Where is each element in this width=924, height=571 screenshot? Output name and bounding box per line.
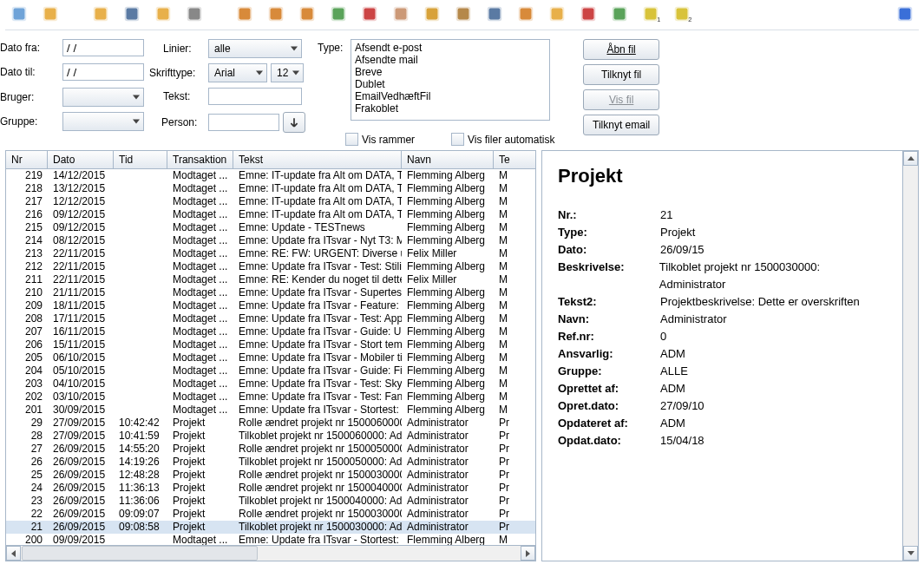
table-row[interactable]: 2326/09/201511:36:06ProjektTilkoblet pro… bbox=[6, 495, 535, 508]
basket-icon[interactable] bbox=[515, 3, 536, 24]
log-grid[interactable]: NrDatoTidTransaktionTekstNavnTe 21914/12… bbox=[5, 150, 536, 561]
table-row[interactable]: 21408/12/2015Modtaget ...Emne: Update fr… bbox=[6, 234, 535, 247]
column-header[interactable]: Navn bbox=[402, 151, 494, 168]
calculator-icon[interactable] bbox=[484, 3, 505, 24]
table-row[interactable]: 21322/11/2015Modtaget ...Emne: RE: FW: U… bbox=[6, 247, 535, 260]
column-header[interactable]: Nr bbox=[6, 151, 48, 168]
table-row[interactable]: 20817/11/2015Modtaget ...Emne: Update fr… bbox=[6, 312, 535, 325]
grid-body[interactable]: 21914/12/2015Modtaget ...Emne: IT-update… bbox=[6, 169, 535, 545]
check-vis-filer[interactable]: Vis filer automatisk bbox=[451, 133, 554, 146]
users-icon[interactable] bbox=[297, 3, 318, 24]
table-row[interactable]: 21021/11/2015Modtaget ...Emne: Update fr… bbox=[6, 286, 535, 299]
input-dato-til[interactable] bbox=[62, 63, 144, 81]
table-row[interactable]: 2226/09/201509:09:07ProjektRolle ændret … bbox=[6, 508, 535, 521]
home-icon[interactable] bbox=[234, 3, 255, 24]
table-row[interactable]: 2726/09/201514:55:20ProjektRolle ændret … bbox=[6, 443, 535, 456]
attach-file-button[interactable]: Tilknyt fil bbox=[583, 64, 659, 85]
document-search-icon[interactable] bbox=[9, 3, 29, 24]
column-header[interactable]: Tekst bbox=[233, 151, 402, 168]
open-file-button[interactable]: Åbn fil bbox=[583, 39, 659, 60]
show-file-button[interactable]: Vis fil bbox=[583, 89, 659, 110]
table-row[interactable]: 21712/12/2015Modtaget ...Emne: IT-update… bbox=[6, 195, 535, 208]
note-edit-icon[interactable] bbox=[40, 3, 61, 24]
combo-bruger[interactable] bbox=[62, 88, 144, 107]
scroll-left-icon[interactable] bbox=[6, 546, 21, 561]
table-row[interactable]: 2426/09/201511:36:13ProjektRolle ændret … bbox=[6, 482, 535, 495]
type-option[interactable]: Breve bbox=[355, 66, 546, 78]
svg-rect-21 bbox=[364, 9, 376, 20]
user-icon[interactable] bbox=[265, 3, 286, 24]
table-row[interactable]: 20203/10/2015Modtaget ...Emne: Update fr… bbox=[6, 391, 535, 404]
table-row[interactable]: 20615/11/2015Modtaget ...Emne: Update fr… bbox=[6, 338, 535, 351]
table-row[interactable]: 21609/12/2015Modtaget ...Emne: IT-update… bbox=[6, 208, 535, 221]
svg-rect-45 bbox=[900, 9, 911, 20]
attach-email-button[interactable]: Tilknyt email bbox=[583, 115, 659, 135]
combo-fontsize[interactable]: 12 bbox=[271, 63, 304, 82]
arrow-up-1-icon[interactable]: 1 bbox=[640, 3, 661, 24]
table-row[interactable]: 20918/11/2015Modtaget ...Emne: Update fr… bbox=[6, 299, 535, 312]
type-option[interactable]: EmailVedhæftFil bbox=[355, 90, 546, 102]
table-row[interactable]: 20009/09/2015Modtaget ...Emne: Update fr… bbox=[6, 534, 535, 545]
scroll-down-icon[interactable] bbox=[903, 546, 918, 561]
table-row[interactable]: 20405/10/2015Modtaget ...Emne: Update fr… bbox=[6, 364, 535, 377]
clipboard-icon[interactable] bbox=[328, 3, 349, 24]
column-header[interactable]: Te bbox=[494, 151, 518, 168]
label-skrifttype: Skrifttype: bbox=[149, 67, 205, 79]
mail-icon[interactable] bbox=[547, 3, 567, 24]
type-option[interactable]: Dublet bbox=[355, 78, 546, 90]
table-row[interactable]: 2626/09/201514:19:26ProjektTilkoblet pro… bbox=[6, 456, 535, 469]
table-row[interactable]: 2927/09/201510:42:42ProjektRolle ændret … bbox=[6, 417, 535, 430]
column-header[interactable]: Dato bbox=[48, 151, 114, 168]
cell-nr: 21 bbox=[6, 521, 48, 534]
input-person[interactable] bbox=[208, 114, 279, 131]
person-select-button[interactable] bbox=[283, 112, 305, 133]
column-header[interactable]: Transaktion bbox=[167, 151, 233, 168]
check-vis-rammer[interactable]: Vis rammer bbox=[345, 133, 415, 146]
type-listbox[interactable]: Afsendt e-postAfsendte mailBreveDubletEm… bbox=[351, 39, 550, 121]
cell-dato: 09/09/2015 bbox=[48, 534, 114, 545]
scroll-thumb[interactable] bbox=[22, 546, 258, 561]
table-row[interactable]: 2526/09/201512:48:28ProjektRolle ændret … bbox=[6, 469, 535, 482]
table-row[interactable]: 2827/09/201510:41:59ProjektTilkoblet pro… bbox=[6, 430, 535, 443]
input-dato-fra[interactable] bbox=[62, 39, 144, 56]
combo-linier[interactable]: alle bbox=[208, 39, 302, 58]
table-row[interactable]: 20716/11/2015Modtaget ...Emne: Update fr… bbox=[6, 325, 535, 338]
arrow-up-2-icon[interactable]: 2 bbox=[672, 3, 692, 24]
trash-icon[interactable] bbox=[121, 3, 142, 24]
table-row[interactable]: 20130/09/2015Modtaget ...Emne: Update fr… bbox=[6, 404, 535, 417]
type-option[interactable]: Afsendt e-post bbox=[355, 42, 546, 54]
table-row[interactable]: 20304/10/2015Modtaget ...Emne: Update fr… bbox=[6, 377, 535, 391]
combo-gruppe[interactable] bbox=[62, 112, 144, 131]
table-row[interactable]: 21222/11/2015Modtaget ...Emne: Update fr… bbox=[6, 260, 535, 273]
cell-dato: 12/12/2015 bbox=[48, 195, 114, 208]
folder-icon[interactable] bbox=[153, 3, 174, 24]
chart-line-icon[interactable] bbox=[609, 3, 630, 24]
table-row[interactable]: 21122/11/2015Modtaget ...Emne: RE: Kende… bbox=[6, 273, 535, 286]
grid-horizontal-scrollbar[interactable] bbox=[6, 545, 535, 561]
scroll-right-icon[interactable] bbox=[521, 546, 535, 561]
detail-key: Opret.dato: bbox=[558, 397, 660, 415]
type-option[interactable]: Frakoblet bbox=[355, 102, 546, 115]
column-header[interactable]: Tid bbox=[114, 151, 167, 168]
detail-vertical-scrollbar[interactable] bbox=[902, 151, 918, 561]
combo-skrifttype[interactable]: Arial bbox=[208, 63, 267, 82]
table-row[interactable]: 2126/09/201509:08:58ProjektTilkoblet pro… bbox=[6, 521, 535, 534]
help-icon[interactable] bbox=[895, 3, 915, 24]
detail-row: Opret.dato:27/09/10 bbox=[558, 397, 887, 415]
type-option[interactable]: Afsendte mail bbox=[355, 54, 546, 66]
link-icon[interactable] bbox=[453, 3, 474, 24]
box-stack-icon[interactable] bbox=[359, 3, 380, 24]
clipboard-check-icon[interactable] bbox=[390, 3, 411, 24]
table-row[interactable]: 21509/12/2015Modtaget ...Emne: Update - … bbox=[6, 221, 535, 234]
page-new-icon[interactable] bbox=[90, 3, 111, 24]
input-tekst[interactable] bbox=[208, 88, 302, 105]
print-icon[interactable] bbox=[184, 3, 205, 24]
scroll-up-icon[interactable] bbox=[903, 151, 918, 166]
coins-icon[interactable] bbox=[422, 3, 442, 24]
cell-tekst: Emne: Update fra ITsvar - Nyt T3: M... bbox=[233, 234, 402, 247]
transfer-icon[interactable] bbox=[578, 3, 599, 24]
table-row[interactable]: 21813/12/2015Modtaget ...Emne: IT-update… bbox=[6, 182, 535, 195]
table-row[interactable]: 21914/12/2015Modtaget ...Emne: IT-update… bbox=[6, 169, 535, 182]
table-row[interactable]: 20506/10/2015Modtaget ...Emne: Update fr… bbox=[6, 351, 535, 364]
grid-header[interactable]: NrDatoTidTransaktionTekstNavnTe bbox=[6, 151, 535, 169]
